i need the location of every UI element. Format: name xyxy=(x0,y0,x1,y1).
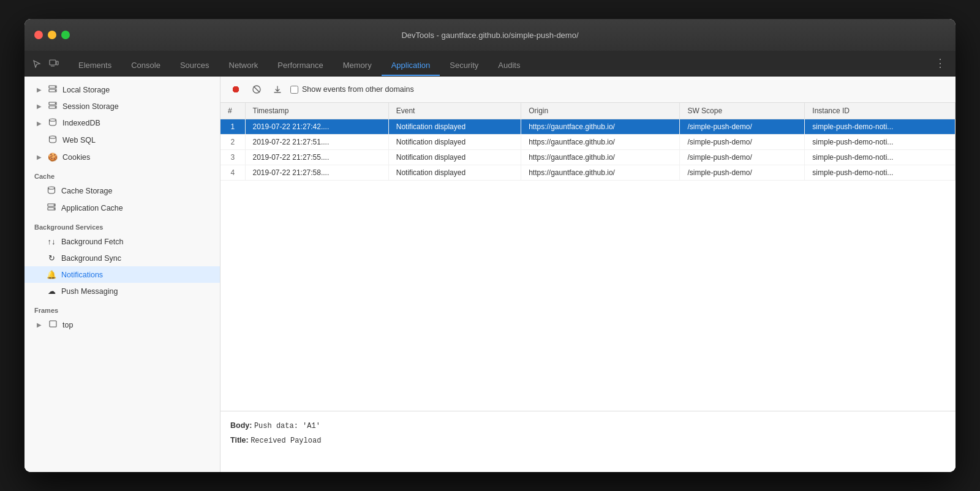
table-cell-0: 2 xyxy=(221,135,245,150)
cursor-icon[interactable] xyxy=(29,56,44,71)
table-cell-4: /simple-push-demo/ xyxy=(680,150,805,165)
svg-point-6 xyxy=(55,90,56,91)
table-row[interactable]: 22019-07-22 21:27:51....Notification dis… xyxy=(221,135,956,150)
indexeddb-icon xyxy=(48,118,58,128)
content-panel: ⏺ Show events from other domains xyxy=(221,77,956,472)
svg-point-9 xyxy=(55,103,56,104)
tab-application[interactable]: Application xyxy=(382,56,440,76)
svg-line-20 xyxy=(254,86,260,92)
sidebar-item-indexeddb[interactable]: ▶ IndexedDB xyxy=(24,114,220,132)
cookies-label: Cookies xyxy=(62,153,90,162)
svg-point-13 xyxy=(48,187,55,189)
detail-title-row: Title: Received Payload xyxy=(230,433,946,448)
table-cell-1: 2019-07-22 21:27:42.... xyxy=(245,119,388,135)
svg-rect-18 xyxy=(50,321,56,327)
svg-rect-0 xyxy=(50,60,56,65)
web-sql-icon xyxy=(48,135,58,145)
notifications-label: Notifications xyxy=(61,271,103,279)
sidebar-item-cache-storage[interactable]: Cache Storage xyxy=(24,182,220,200)
svg-point-5 xyxy=(55,86,56,88)
bg-services-section-label: Background Services xyxy=(24,216,220,233)
tabs-container: Elements Console Sources Network Perform… xyxy=(69,56,530,76)
sidebar-item-cookies[interactable]: ▶ 🍪 Cookies xyxy=(24,149,220,165)
minimize-button[interactable] xyxy=(48,31,56,39)
table-cell-5: simple-push-demo-noti... xyxy=(805,165,956,181)
svg-rect-1 xyxy=(56,61,58,65)
tab-memory[interactable]: Memory xyxy=(333,56,382,76)
show-events-checkbox[interactable] xyxy=(290,86,298,94)
table-cell-5: simple-push-demo-noti... xyxy=(805,119,956,135)
sidebar-item-background-fetch[interactable]: ↑↓ Background Fetch xyxy=(24,233,220,250)
tab-performance[interactable]: Performance xyxy=(268,56,333,76)
detail-title-label: Title: xyxy=(230,436,249,444)
titlebar: DevTools - gauntface.github.io/simple-pu… xyxy=(24,19,956,51)
table-cell-2: Notification displayed xyxy=(388,119,521,135)
svg-point-10 xyxy=(55,107,56,108)
table-row[interactable]: 12019-07-22 21:27:42....Notification dis… xyxy=(221,119,956,135)
sidebar-item-local-storage[interactable]: ▶ Local Storage xyxy=(24,81,220,98)
cache-storage-icon xyxy=(47,186,56,196)
push-messaging-icon: ☁ xyxy=(47,287,56,296)
events-table-container: # Timestamp Event Origin SW Scope Instan… xyxy=(221,103,956,411)
table-cell-3: https://gauntface.github.io/ xyxy=(521,119,680,135)
col-num: # xyxy=(221,103,245,119)
sidebar-item-application-cache[interactable]: Application Cache xyxy=(24,200,220,216)
show-events-checkbox-label[interactable]: Show events from other domains xyxy=(290,85,414,94)
local-storage-label: Local Storage xyxy=(62,86,110,94)
background-fetch-label: Background Fetch xyxy=(61,238,123,246)
table-row[interactable]: 32019-07-22 21:27:55....Notification dis… xyxy=(221,150,956,165)
table-cell-4: /simple-push-demo/ xyxy=(680,165,805,181)
record-button[interactable]: ⏺ xyxy=(228,81,244,97)
show-events-label: Show events from other domains xyxy=(302,85,414,94)
devtools-window: DevTools - gauntface.github.io/simple-pu… xyxy=(24,19,956,472)
col-origin: Origin xyxy=(521,103,680,119)
close-button[interactable] xyxy=(34,31,43,39)
tab-sources[interactable]: Sources xyxy=(170,56,219,76)
sidebar-item-web-sql[interactable]: ▶ Web SQL xyxy=(24,132,220,149)
expand-arrow-icon: ▶ xyxy=(37,154,43,160)
tab-security[interactable]: Security xyxy=(440,56,488,76)
session-storage-label: Session Storage xyxy=(62,102,119,111)
col-event: Event xyxy=(388,103,521,119)
table-cell-3: https://gauntface.github.io/ xyxy=(521,135,680,150)
expand-arrow-icon: ▶ xyxy=(37,321,43,328)
sidebar-item-push-messaging[interactable]: ☁ Push Messaging xyxy=(24,283,220,299)
table-cell-1: 2019-07-22 21:27:58.... xyxy=(245,165,388,181)
table-row[interactable]: 42019-07-22 21:27:58....Notification dis… xyxy=(221,165,956,181)
web-sql-label: Web SQL xyxy=(62,136,96,144)
table-empty-space xyxy=(221,181,956,411)
tabbar: Elements Console Sources Network Perform… xyxy=(24,51,956,77)
stop-button[interactable] xyxy=(249,81,265,97)
tab-audits[interactable]: Audits xyxy=(488,56,530,76)
tab-icon-group xyxy=(29,56,61,76)
cookies-icon: 🍪 xyxy=(48,152,58,162)
table-cell-3: https://gauntface.github.io/ xyxy=(521,165,680,181)
background-fetch-icon: ↑↓ xyxy=(47,237,56,246)
sidebar-item-top[interactable]: ▶ top xyxy=(24,317,220,333)
table-cell-1: 2019-07-22 21:27:51.... xyxy=(245,135,388,150)
table-cell-2: Notification displayed xyxy=(388,165,521,181)
table-cell-4: /simple-push-demo/ xyxy=(680,135,805,150)
maximize-button[interactable] xyxy=(61,31,70,39)
col-sw-scope: SW Scope xyxy=(680,103,805,119)
table-cell-4: /simple-push-demo/ xyxy=(680,119,805,135)
tab-elements[interactable]: Elements xyxy=(69,56,121,76)
table-cell-3: https://gauntface.github.io/ xyxy=(521,150,680,165)
download-button[interactable] xyxy=(270,81,285,97)
detail-panel: Body: Push data: 'A1' Title: Received Pa… xyxy=(221,411,956,472)
tab-console[interactable]: Console xyxy=(121,56,170,76)
local-storage-icon xyxy=(48,85,58,94)
frames-section-label: Frames xyxy=(24,299,220,317)
sidebar-item-notifications[interactable]: 🔔 Notifications xyxy=(24,266,220,283)
detail-body-row: Body: Push data: 'A1' xyxy=(230,419,946,433)
tab-network[interactable]: Network xyxy=(219,56,268,76)
sidebar-item-session-storage[interactable]: ▶ Session Storage xyxy=(24,98,220,114)
main-content: ▶ Local Storage ▶ xyxy=(24,77,956,472)
col-instance-id: Instance ID xyxy=(805,103,956,119)
session-storage-icon xyxy=(48,102,58,111)
table-cell-5: simple-push-demo-noti... xyxy=(805,150,956,165)
sidebar-item-background-sync[interactable]: ↻ Background Sync xyxy=(24,250,220,266)
device-icon[interactable] xyxy=(47,56,61,71)
more-tabs-icon[interactable]: ⋮ xyxy=(935,56,951,76)
expand-arrow-icon: ▶ xyxy=(37,103,43,110)
